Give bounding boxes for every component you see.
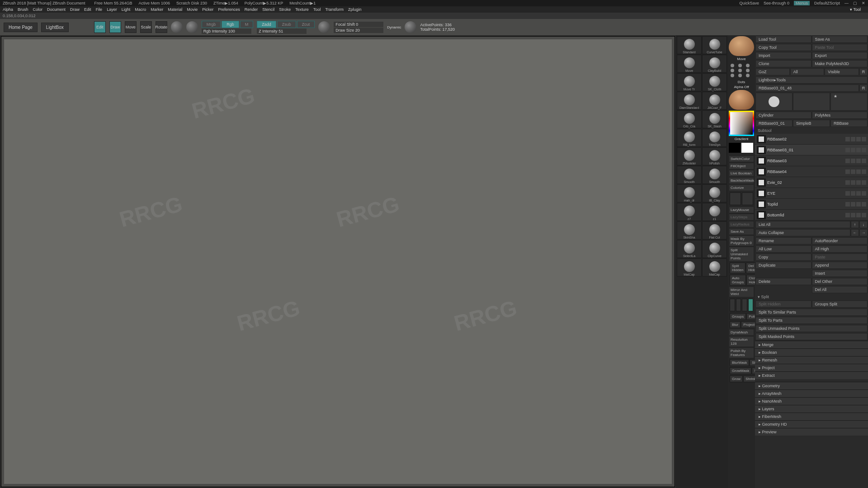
listall-button[interactable]: List All bbox=[755, 221, 850, 228]
brush-zmodeler[interactable]: ZModeler bbox=[677, 147, 702, 165]
append-button[interactable]: Append bbox=[812, 262, 868, 269]
split-header[interactable]: ▾ Split bbox=[755, 294, 868, 300]
groupssplit-button[interactable]: Groups Split bbox=[812, 300, 868, 308]
material-preview[interactable] bbox=[729, 90, 754, 110]
brush-rb_form[interactable]: RB_form bbox=[677, 129, 702, 147]
arrow-left-icon[interactable]: ← bbox=[851, 229, 859, 236]
merge-header[interactable]: Merge bbox=[755, 341, 868, 348]
visible-button[interactable]: Visible bbox=[825, 68, 859, 75]
brush-smooth[interactable]: Smooth bbox=[702, 166, 727, 184]
r-button[interactable]: R bbox=[859, 68, 868, 75]
export-button[interactable]: Export bbox=[812, 52, 868, 59]
move-mode-button[interactable]: Move bbox=[125, 21, 137, 33]
goz-button[interactable]: GoZ bbox=[755, 68, 790, 75]
mrgb-button[interactable]: Mrgb bbox=[202, 21, 221, 28]
brush-jacour_f[interactable]: JACour_F bbox=[702, 92, 727, 110]
menu-marker[interactable]: Marker bbox=[151, 7, 163, 12]
splitunmasked2-button[interactable]: Split Unmasked Points bbox=[755, 325, 868, 332]
copytool-button[interactable]: Copy Tool bbox=[755, 44, 811, 51]
swatch-white[interactable] bbox=[741, 143, 753, 153]
swatch-black[interactable] bbox=[729, 143, 741, 153]
brush-cursor-icon[interactable] bbox=[318, 21, 330, 33]
project-name[interactable]: RBBase03_01_48 bbox=[755, 84, 859, 92]
switchcolor-button[interactable]: SwitchColor bbox=[729, 155, 754, 162]
brush-trimdyn[interactable]: TrimDyn bbox=[702, 129, 727, 147]
current-brush-preview[interactable] bbox=[729, 36, 754, 56]
pastetool-button[interactable]: Paste Tool bbox=[812, 44, 868, 51]
brush-orb_cra[interactable]: Orb_Cra bbox=[677, 110, 702, 128]
gizmo-sphere-icon[interactable] bbox=[171, 21, 183, 33]
dynamic-label[interactable]: Dynamic bbox=[387, 25, 401, 29]
insert-button[interactable]: Insert bbox=[812, 270, 868, 277]
menu-stencil[interactable]: Stencil bbox=[262, 7, 274, 12]
subtool-row-EYE[interactable]: EYE bbox=[755, 188, 868, 199]
brush-skinsha[interactable]: SkinSha bbox=[677, 221, 702, 239]
quicksave-button[interactable]: QuickSave bbox=[739, 1, 759, 5]
blur-button[interactable]: Blur bbox=[730, 321, 741, 328]
tool-thumb-main[interactable] bbox=[755, 93, 793, 111]
polishfeatures-button[interactable]: Polish By Features bbox=[729, 347, 754, 358]
project-header[interactable]: Project bbox=[755, 364, 868, 371]
zoom-icon[interactable] bbox=[742, 299, 747, 311]
menu-tool[interactable]: Tool bbox=[313, 7, 321, 12]
zcut-button[interactable]: Zcut bbox=[297, 21, 315, 28]
brush-curvetube[interactable]: CurveTube bbox=[702, 36, 727, 54]
lightbox-button[interactable]: LightBox bbox=[41, 23, 69, 32]
color-picker[interactable] bbox=[729, 111, 754, 136]
lazysteps-button[interactable]: LazySteps bbox=[729, 214, 754, 221]
viewport-canvas[interactable]: RRCG RRCG RRCG RRCG RRCG bbox=[1, 36, 675, 487]
arrow-down-icon[interactable]: ↓ bbox=[859, 221, 868, 228]
brush-move tr[interactable]: Move Tr bbox=[677, 73, 702, 91]
subtool-header[interactable]: Subtool bbox=[755, 127, 868, 134]
menu-alpha[interactable]: Alpha bbox=[3, 7, 13, 12]
saveas-button[interactable]: Save As bbox=[729, 228, 754, 235]
subtool-row-Toplid[interactable]: Toplid bbox=[755, 199, 868, 210]
subtool-row-RBBase04[interactable]: RBBase04 bbox=[755, 166, 868, 177]
draw-size-slider[interactable]: Draw Size 20 bbox=[334, 28, 383, 33]
lazyradius-button[interactable]: LazyRadius bbox=[729, 221, 754, 228]
liveboolean-button[interactable]: Live Boolean bbox=[729, 170, 754, 177]
splitsimilar-button[interactable]: Split To Similar Parts bbox=[755, 309, 868, 316]
brush-hpolish[interactable]: hPolish bbox=[702, 147, 727, 165]
all-button[interactable]: All bbox=[790, 68, 825, 75]
fillobject-button[interactable]: FillObject bbox=[729, 163, 754, 169]
tool-thumb-3[interactable]: ★ bbox=[830, 93, 868, 111]
subtool-row-Bottomlid[interactable]: Bottomlid bbox=[755, 210, 868, 221]
dynamic-sphere-icon[interactable] bbox=[405, 21, 416, 33]
default-zscript[interactable]: DefaultZScript bbox=[814, 1, 840, 5]
brush-mah_dr[interactable]: mah_dr bbox=[677, 184, 702, 202]
subtool-row-RBBase03[interactable]: RBBase03 bbox=[755, 155, 868, 166]
persp-icon[interactable] bbox=[730, 192, 741, 205]
home-page-button[interactable]: Home Page bbox=[4, 23, 38, 32]
maximize-icon[interactable]: ▢ bbox=[853, 1, 857, 5]
zadd-button[interactable]: Zadd bbox=[257, 21, 276, 28]
menu-file[interactable]: File bbox=[96, 7, 103, 12]
menu-layer[interactable]: Layer bbox=[107, 7, 117, 12]
growmask-button[interactable]: GrowMask bbox=[730, 367, 751, 374]
seethrough-slider[interactable]: See-through 0 bbox=[764, 1, 789, 5]
remesh-header[interactable]: Remesh bbox=[755, 356, 868, 364]
splithidden2-button[interactable]: Split Hidden bbox=[755, 300, 811, 308]
paste-button[interactable]: Paste bbox=[812, 253, 868, 261]
brush-selectla[interactable]: SelectLa bbox=[677, 240, 702, 258]
delete-button[interactable]: Delete bbox=[755, 278, 811, 285]
brush-damstandard[interactable]: DamStandard bbox=[677, 92, 702, 110]
menu-preferences[interactable]: Preferences bbox=[218, 7, 240, 12]
menu-draw[interactable]: Draw bbox=[70, 7, 80, 12]
clone-button[interactable]: Clone bbox=[755, 60, 811, 67]
geometryhd-header[interactable]: Geometry HD bbox=[755, 420, 868, 428]
menu-edit[interactable]: Edit bbox=[84, 7, 91, 12]
alllow-button[interactable]: All Low bbox=[755, 245, 811, 253]
brush-claybuild[interactable]: ClayBuild bbox=[702, 55, 727, 73]
scale-mode-button[interactable]: Scale bbox=[140, 21, 152, 33]
menu-document[interactable]: Document bbox=[47, 7, 66, 12]
preview-header[interactable]: Preview bbox=[755, 428, 868, 436]
brush-standard[interactable]: Standard bbox=[677, 36, 702, 54]
subtool-row-Evie_02[interactable]: Evie_02 bbox=[755, 177, 868, 188]
menu-material[interactable]: Material bbox=[168, 7, 182, 12]
rgb-button[interactable]: Rgb bbox=[222, 21, 239, 28]
z-intensity-slider[interactable]: Z Intensity 51 bbox=[257, 28, 307, 34]
sculptris-sphere-icon[interactable] bbox=[186, 21, 198, 33]
extract-header[interactable]: Extract bbox=[755, 371, 868, 379]
subtool-row-RBBase02[interactable]: RBBase02 bbox=[755, 134, 868, 145]
